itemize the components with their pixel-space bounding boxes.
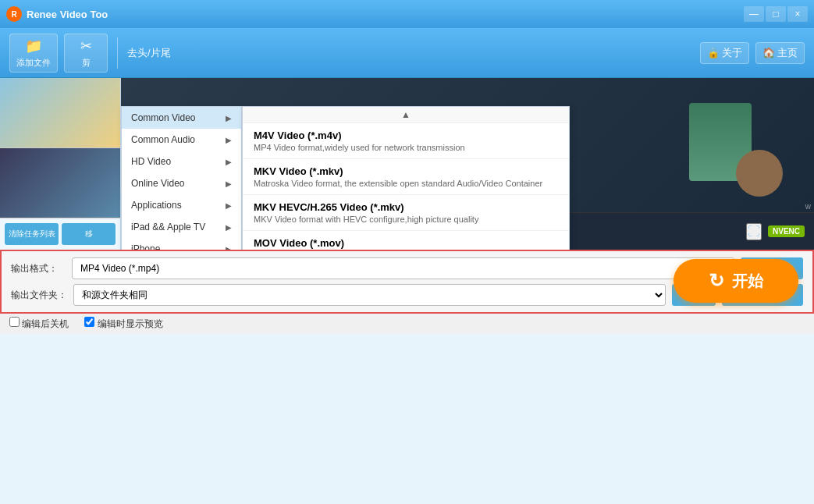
watermark: w <box>805 202 811 211</box>
chevron-icon: ▶ <box>226 136 232 144</box>
start-refresh-icon: ↻ <box>709 270 724 292</box>
thumb-preview-1 <box>0 78 120 147</box>
about-button[interactable]: 🔒 关于 <box>700 42 749 64</box>
menu-item-common_audio[interactable]: Common Audio▶ <box>122 129 241 151</box>
start-button[interactable]: ↻ 开始 <box>674 259 798 303</box>
chevron-icon: ▶ <box>226 201 232 210</box>
move-button[interactable]: 移 <box>62 223 116 245</box>
close-button[interactable]: × <box>787 6 808 22</box>
format-list: M4V Video (*.m4v)MP4 Video format,widely… <box>243 123 569 250</box>
title-bar: R Renee Video Too — □ × <box>0 0 814 28</box>
format-desc-mkv_hevc: MKV Video format with HEVC configure,hig… <box>254 215 558 224</box>
format-desc-m4v: MP4 Video format,widely used for network… <box>254 143 558 152</box>
nvenc-badge: NVENC <box>768 225 805 237</box>
start-label: 开始 <box>732 271 763 292</box>
chevron-icon: ▶ <box>226 245 232 250</box>
format-name-mov: MOV Video (*.mov) <box>254 237 558 249</box>
left-panel: 清除任务列表 移 <box>0 78 121 250</box>
cut-button[interactable]: ✂ 剪 <box>64 34 108 73</box>
fullscreen-button[interactable]: ⛶ <box>746 223 762 240</box>
menu-item-applications[interactable]: Applications▶ <box>122 194 241 216</box>
preview-checkbox[interactable] <box>84 317 94 327</box>
menu-item-common_video[interactable]: Common Video▶ <box>122 107 241 129</box>
bottom-section: 输出格式： MP4 Video (*.mp4) 输出设置 输出文件夹： 和源文件… <box>0 250 814 334</box>
chevron-icon: ▶ <box>226 179 232 188</box>
main-content-area: 清除任务列表 移 ▶ w ▶ ■ ⏭ 📷 📂 🔊 ⛶ NVENC <box>0 78 814 250</box>
toolbar: 📁 添加文件 ✂ 剪 去头/片尾 🔒 关于 🏠 主页 <box>0 28 814 78</box>
output-format-select[interactable]: MP4 Video (*.mp4) <box>72 257 734 279</box>
chevron-icon: ▶ <box>226 158 232 166</box>
format-name-mkv: MKV Video (*.mkv) <box>254 165 558 177</box>
menu-item-ipad_apple_tv[interactable]: iPad && Apple TV▶ <box>122 216 241 238</box>
menu-item-label-common_audio: Common Audio <box>131 134 195 145</box>
menu-item-online_video[interactable]: Online Video▶ <box>122 172 241 194</box>
chevron-icon: ▶ <box>226 223 232 232</box>
output-folder-label: 输出文件夹： <box>11 289 67 302</box>
about-label: 关于 <box>722 46 742 60</box>
toolbar-right: 🔒 关于 🏠 主页 <box>700 42 805 64</box>
menu-item-label-iphone: iPhone <box>131 243 160 250</box>
scroll-up-button[interactable]: ▲ <box>243 107 569 123</box>
shutdown-checkbox-label[interactable]: 编辑后关机 <box>9 317 69 331</box>
menu-item-hd_video[interactable]: HD Video▶ <box>122 151 241 172</box>
menu-level3: ▲ M4V Video (*.m4v)MP4 Video format,wide… <box>242 106 570 250</box>
add-file-button[interactable]: 📁 添加文件 <box>9 34 58 73</box>
menu-item-label-applications: Applications <box>131 200 182 211</box>
menu-item-label-ipad_apple_tv: iPad && Apple TV <box>131 222 205 232</box>
title-bar-controls: — □ × <box>744 6 808 22</box>
cut-icon: ✂ <box>80 37 92 55</box>
header-tail-label: 去头/片尾 <box>127 46 171 60</box>
lock-icon: 🔒 <box>707 47 720 59</box>
menu-item-iphone[interactable]: iPhone▶ <box>122 238 241 250</box>
home-label: 主页 <box>777 46 798 60</box>
output-format-label: 输出格式： <box>11 262 66 275</box>
home-icon: 🏠 <box>762 47 775 59</box>
format-item-m4v[interactable]: M4V Video (*.m4v)MP4 Video format,widely… <box>243 123 569 159</box>
thumb-preview-2 <box>0 148 120 218</box>
clear-list-button[interactable]: 清除任务列表 <box>5 223 59 245</box>
home-button[interactable]: 🏠 主页 <box>755 42 805 64</box>
format-item-mkv[interactable]: MKV Video (*.mkv)Matroska Video format, … <box>243 159 569 195</box>
format-item-mkv_hevc[interactable]: MKV HEVC/H.265 Video (*.mkv)MKV Video fo… <box>243 195 569 231</box>
menu-item-label-online_video: Online Video <box>131 178 185 189</box>
shutdown-checkbox[interactable] <box>9 317 20 327</box>
footer-checkboxes: 编辑后关机 编辑时显示预览 <box>0 314 814 334</box>
left-panel-buttons: 清除任务列表 移 <box>0 218 120 250</box>
scene-character <box>736 150 783 197</box>
menu-container: Common Video▶Common Audio▶HD Video▶Onlin… <box>121 106 570 250</box>
title-bar-left: R Renee Video Too <box>6 6 108 22</box>
format-name-mkv_hevc: MKV HEVC/H.265 Video (*.mkv) <box>254 201 558 213</box>
menu-item-label-hd_video: HD Video <box>131 156 171 167</box>
chevron-icon: ▶ <box>226 114 232 122</box>
toolbar-separator <box>117 37 118 69</box>
cut-label: 剪 <box>82 57 91 69</box>
format-name-m4v: M4V Video (*.m4v) <box>254 130 558 141</box>
format-item-mov[interactable]: MOV Video (*.mov)Apple's QuickTime Video… <box>243 231 569 250</box>
video-thumb-1[interactable] <box>0 78 120 148</box>
output-folder-select[interactable]: 和源文件夹相同 <box>73 284 666 306</box>
preview-checkbox-label[interactable]: 编辑时显示预览 <box>84 317 162 331</box>
app-logo: R <box>6 6 22 22</box>
add-file-icon: 📁 <box>25 37 42 55</box>
menu-item-label-common_video: Common Video <box>131 112 196 123</box>
app-title: Renee Video Too <box>27 9 108 20</box>
maximize-button[interactable]: □ <box>766 6 786 22</box>
add-file-label: 添加文件 <box>16 57 51 69</box>
minimize-button[interactable]: — <box>744 6 764 22</box>
video-thumb-2[interactable] <box>0 148 120 218</box>
format-desc-mkv: Matroska Video format, the extensible op… <box>254 179 558 188</box>
menu-level1: Common Video▶Common Audio▶HD Video▶Onlin… <box>121 106 242 250</box>
